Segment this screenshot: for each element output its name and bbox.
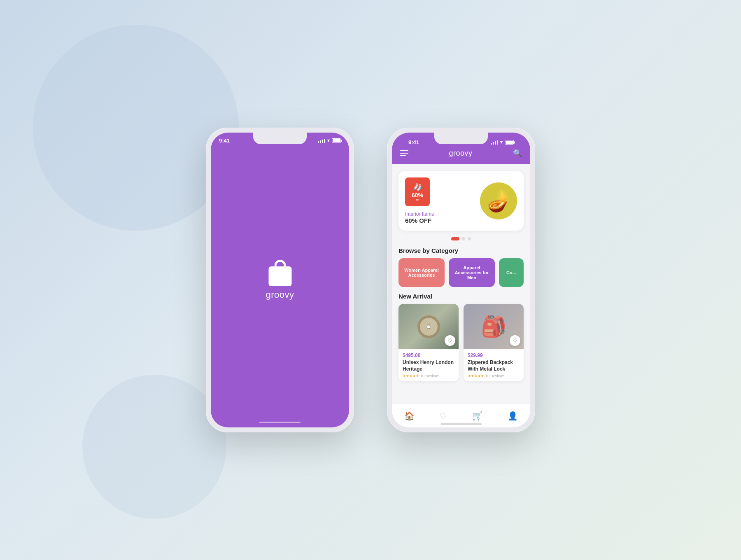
product-price-backpack: $29.99 <box>468 352 520 358</box>
app-screen: 9:41 ▾ <box>392 133 530 427</box>
product-rating-watch: ★★★★★ 10 Reviews <box>403 374 454 378</box>
nav-wishlist[interactable]: ♡ <box>435 409 452 422</box>
product-image-watch: ⌚ ♡ <box>398 304 459 349</box>
reviews-watch: 10 Reviews <box>420 374 440 378</box>
status-time: 9:41 <box>219 138 230 144</box>
wishlist-btn-watch[interactable]: ♡ <box>445 335 455 346</box>
dot-2 <box>462 237 465 240</box>
nav-profile[interactable]: 👤 <box>503 409 523 422</box>
category-office-label: Co... <box>506 270 516 275</box>
banner-left: 🧦 60% off Interior Items 60% OFF <box>405 177 480 224</box>
profile-icon: 👤 <box>508 411 518 421</box>
promo-off: off <box>416 198 419 202</box>
stars-watch: ★★★★★ <box>403 374 419 378</box>
category-section-title: Browse by Category <box>392 244 530 258</box>
product-image-backpack: 🎒 ♡ <box>464 304 524 349</box>
cart-icon: 🛒 <box>472 411 482 421</box>
nav-cart[interactable]: 🛒 <box>467 409 487 422</box>
reviews-backpack: 10 Reviews <box>485 374 505 378</box>
bag-body <box>268 266 291 286</box>
watch-icon: ⌚ <box>417 315 440 338</box>
nav-home[interactable]: 🏠 <box>399 409 419 422</box>
lamp-visual: 🪔 <box>480 182 517 219</box>
splash-screen: 9:41 ▾ <box>211 133 349 427</box>
promo-icon: 🧦 <box>413 182 422 191</box>
products-grid: ⌚ ♡ $495.00 Unisex Henry London Heritage… <box>392 304 530 381</box>
search-button[interactable]: 🔍 <box>513 149 522 158</box>
app-status-time: 9:41 <box>408 139 419 145</box>
dot-1 <box>451 237 459 240</box>
signal-bars-icon <box>318 139 325 143</box>
category-women-label: Women Apparel Accessories <box>402 268 441 278</box>
category-office[interactable]: Co... <box>499 258 524 287</box>
promo-percent: 60% <box>412 192 423 198</box>
wishlist-btn-backpack[interactable]: ♡ <box>510 335 520 346</box>
product-name-watch: Unisex Henry London Heritage <box>403 359 454 372</box>
app-content[interactable]: 🧦 60% off Interior Items 60% OFF 🪔 <box>392 164 530 427</box>
product-card-backpack[interactable]: 🎒 ♡ $29.99 Zippered Backpack With Metal … <box>464 304 524 381</box>
battery-icon <box>332 138 341 143</box>
bottom-nav: 🏠 ♡ 🛒 👤 <box>392 404 530 427</box>
promo-badge: 🧦 60% off <box>405 177 430 206</box>
stars-backpack: ★★★★★ <box>468 374 484 378</box>
app-status-icons: ▾ <box>491 140 514 145</box>
product-card-watch[interactable]: ⌚ ♡ $495.00 Unisex Henry London Heritage… <box>398 304 459 381</box>
backpack-icon: 🎒 <box>481 315 506 338</box>
product-price-watch: $495.00 <box>403 352 454 358</box>
product-info-watch: $495.00 Unisex Henry London Heritage ★★★… <box>398 349 459 381</box>
app-title: groovy <box>449 149 472 158</box>
banner-discount: 60% OFF <box>405 217 480 224</box>
wishlist-icon: ♡ <box>440 411 447 421</box>
status-icons: ▾ <box>318 138 341 143</box>
product-rating-backpack: ★★★★★ 10 Reviews <box>468 374 520 378</box>
category-women[interactable]: Women Apparel Accessories <box>398 258 445 287</box>
bag-icon <box>267 260 293 286</box>
banner-right: 🪔 <box>480 182 517 219</box>
notch-app <box>434 133 488 144</box>
splash-logo: groovy <box>266 260 294 300</box>
home-icon: 🏠 <box>404 411 415 421</box>
product-name-backpack: Zippered Backpack With Metal Lock <box>468 359 520 372</box>
app-name-splash: groovy <box>266 289 294 300</box>
banner-card[interactable]: 🧦 60% off Interior Items 60% OFF 🪔 <box>398 171 524 231</box>
home-indicator-app <box>440 423 482 425</box>
splash-phone: 9:41 ▾ <box>206 128 354 432</box>
banner-title: Interior Items <box>405 211 480 217</box>
app-battery-icon <box>505 140 514 145</box>
lamp-icon: 🪔 <box>484 187 513 215</box>
product-info-backpack: $29.99 Zippered Backpack With Metal Lock… <box>464 349 524 381</box>
category-scroll[interactable]: Women Apparel Accessories Apparel Access… <box>392 258 530 287</box>
home-indicator <box>259 422 301 423</box>
app-signal-icon <box>491 140 498 145</box>
new-arrival-title: New Arrival <box>392 287 530 304</box>
app-phone: 9:41 ▾ <box>387 128 535 432</box>
banner-indicators <box>392 234 530 244</box>
notch <box>253 133 307 144</box>
menu-button[interactable] <box>400 150 408 156</box>
dot-3 <box>468 237 471 240</box>
banner-section: 🧦 60% off Interior Items 60% OFF 🪔 <box>392 164 530 234</box>
app-wifi-icon: ▾ <box>500 140 503 145</box>
wifi-icon: ▾ <box>327 138 330 143</box>
app-header-content: groovy 🔍 <box>400 147 522 158</box>
category-men[interactable]: Apparel Accessories for Men <box>449 258 495 287</box>
category-men-label: Apparel Accessories for Men <box>452 265 492 280</box>
